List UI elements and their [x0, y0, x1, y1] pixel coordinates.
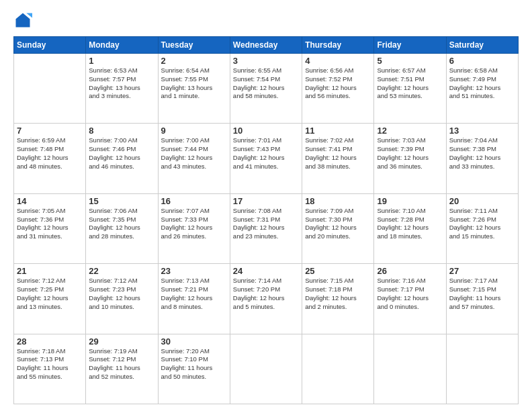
calendar-cell: 13Sunrise: 7:04 AM Sunset: 7:38 PM Dayli…	[446, 124, 518, 193]
day-info: Sunrise: 7:19 AM Sunset: 7:12 PM Dayligh…	[89, 347, 154, 381]
day-number: 27	[449, 266, 515, 276]
day-info: Sunrise: 7:00 AM Sunset: 7:44 PM Dayligh…	[161, 136, 227, 171]
day-info: Sunrise: 6:56 AM Sunset: 7:52 PM Dayligh…	[305, 66, 371, 101]
day-number: 24	[233, 266, 299, 276]
day-number: 30	[161, 336, 227, 347]
day-info: Sunrise: 7:01 AM Sunset: 7:43 PM Dayligh…	[233, 136, 299, 171]
day-number: 9	[161, 126, 227, 136]
calendar-week-row: 21Sunrise: 7:12 AM Sunset: 7:25 PM Dayli…	[14, 264, 519, 334]
calendar-cell: 4Sunrise: 6:56 AM Sunset: 7:52 PM Daylig…	[302, 54, 374, 124]
calendar-cell: 12Sunrise: 7:03 AM Sunset: 7:39 PM Dayli…	[374, 124, 446, 193]
header	[13, 11, 519, 30]
day-info: Sunrise: 7:04 AM Sunset: 7:38 PM Dayligh…	[449, 136, 515, 171]
day-info: Sunrise: 6:57 AM Sunset: 7:51 PM Dayligh…	[377, 66, 443, 101]
day-number: 18	[305, 196, 371, 206]
calendar-cell: 21Sunrise: 7:12 AM Sunset: 7:25 PM Dayli…	[14, 264, 86, 334]
calendar-cell: 5Sunrise: 6:57 AM Sunset: 7:51 PM Daylig…	[374, 54, 446, 124]
calendar-cell: 28Sunrise: 7:18 AM Sunset: 7:13 PM Dayli…	[14, 334, 86, 404]
calendar-cell: 1Sunrise: 6:53 AM Sunset: 7:57 PM Daylig…	[86, 54, 158, 124]
page: SundayMondayTuesdayWednesdayThursdayFrid…	[0, 0, 532, 411]
calendar-cell: 7Sunrise: 6:59 AM Sunset: 7:48 PM Daylig…	[14, 124, 86, 193]
calendar-header-row: SundayMondayTuesdayWednesdayThursdayFrid…	[14, 37, 519, 54]
calendar-cell: 24Sunrise: 7:14 AM Sunset: 7:20 PM Dayli…	[230, 264, 302, 334]
calendar-week-row: 1Sunrise: 6:53 AM Sunset: 7:57 PM Daylig…	[14, 54, 519, 124]
day-number: 25	[305, 266, 371, 276]
calendar-cell: 10Sunrise: 7:01 AM Sunset: 7:43 PM Dayli…	[230, 124, 302, 193]
day-number: 3	[233, 56, 299, 66]
day-number: 13	[449, 126, 515, 136]
day-of-week-header: Friday	[374, 37, 446, 54]
calendar-cell: 30Sunrise: 7:20 AM Sunset: 7:10 PM Dayli…	[158, 334, 230, 404]
svg-marker-0	[16, 13, 30, 28]
day-number: 26	[377, 266, 443, 276]
day-info: Sunrise: 7:07 AM Sunset: 7:33 PM Dayligh…	[161, 207, 227, 241]
logo-icon	[13, 11, 32, 30]
day-number: 1	[89, 56, 154, 66]
calendar-cell: 18Sunrise: 7:09 AM Sunset: 7:30 PM Dayli…	[302, 193, 374, 263]
day-number: 10	[233, 126, 299, 136]
day-number: 17	[233, 196, 299, 206]
day-info: Sunrise: 7:15 AM Sunset: 7:18 PM Dayligh…	[305, 277, 371, 311]
calendar-cell: 2Sunrise: 6:54 AM Sunset: 7:55 PM Daylig…	[158, 54, 230, 124]
day-number: 19	[377, 196, 443, 206]
calendar-cell	[302, 334, 374, 404]
day-number: 11	[305, 126, 371, 136]
day-of-week-header: Sunday	[14, 37, 86, 54]
day-number: 2	[161, 56, 227, 66]
day-number: 23	[161, 266, 227, 276]
day-info: Sunrise: 7:03 AM Sunset: 7:39 PM Dayligh…	[377, 136, 443, 171]
day-info: Sunrise: 6:54 AM Sunset: 7:55 PM Dayligh…	[161, 66, 227, 101]
day-number: 28	[17, 336, 83, 347]
calendar-cell	[374, 334, 446, 404]
logo	[13, 11, 35, 30]
day-info: Sunrise: 7:13 AM Sunset: 7:21 PM Dayligh…	[161, 277, 227, 311]
day-number: 20	[449, 196, 515, 206]
calendar-cell: 27Sunrise: 7:17 AM Sunset: 7:15 PM Dayli…	[446, 264, 518, 334]
calendar-cell: 8Sunrise: 7:00 AM Sunset: 7:46 PM Daylig…	[86, 124, 158, 193]
calendar-cell: 6Sunrise: 6:58 AM Sunset: 7:49 PM Daylig…	[446, 54, 518, 124]
calendar-cell: 20Sunrise: 7:11 AM Sunset: 7:26 PM Dayli…	[446, 193, 518, 263]
day-of-week-header: Wednesday	[230, 37, 302, 54]
day-of-week-header: Monday	[86, 37, 158, 54]
day-of-week-header: Tuesday	[158, 37, 230, 54]
day-info: Sunrise: 7:11 AM Sunset: 7:26 PM Dayligh…	[449, 207, 515, 241]
day-of-week-header: Saturday	[446, 37, 518, 54]
day-info: Sunrise: 7:05 AM Sunset: 7:36 PM Dayligh…	[17, 207, 83, 241]
day-info: Sunrise: 7:10 AM Sunset: 7:28 PM Dayligh…	[377, 207, 443, 241]
calendar-cell	[446, 334, 518, 404]
calendar-cell: 23Sunrise: 7:13 AM Sunset: 7:21 PM Dayli…	[158, 264, 230, 334]
calendar-cell: 15Sunrise: 7:06 AM Sunset: 7:35 PM Dayli…	[86, 193, 158, 263]
day-number: 16	[161, 196, 227, 206]
day-info: Sunrise: 7:14 AM Sunset: 7:20 PM Dayligh…	[233, 277, 299, 311]
day-number: 29	[89, 336, 154, 347]
calendar-cell: 16Sunrise: 7:07 AM Sunset: 7:33 PM Dayli…	[158, 193, 230, 263]
day-number: 6	[449, 56, 515, 66]
calendar-cell: 9Sunrise: 7:00 AM Sunset: 7:44 PM Daylig…	[158, 124, 230, 193]
day-info: Sunrise: 7:18 AM Sunset: 7:13 PM Dayligh…	[17, 347, 83, 381]
day-info: Sunrise: 7:02 AM Sunset: 7:41 PM Dayligh…	[305, 136, 371, 171]
day-info: Sunrise: 7:06 AM Sunset: 7:35 PM Dayligh…	[89, 207, 154, 241]
day-number: 12	[377, 126, 443, 136]
day-info: Sunrise: 7:16 AM Sunset: 7:17 PM Dayligh…	[377, 277, 443, 311]
day-info: Sunrise: 6:58 AM Sunset: 7:49 PM Dayligh…	[449, 66, 515, 101]
calendar-cell: 3Sunrise: 6:55 AM Sunset: 7:54 PM Daylig…	[230, 54, 302, 124]
calendar-cell: 29Sunrise: 7:19 AM Sunset: 7:12 PM Dayli…	[86, 334, 158, 404]
day-info: Sunrise: 6:55 AM Sunset: 7:54 PM Dayligh…	[233, 66, 299, 101]
calendar-cell: 25Sunrise: 7:15 AM Sunset: 7:18 PM Dayli…	[302, 264, 374, 334]
calendar-week-row: 14Sunrise: 7:05 AM Sunset: 7:36 PM Dayli…	[14, 193, 519, 263]
day-number: 7	[17, 126, 83, 136]
day-info: Sunrise: 7:12 AM Sunset: 7:25 PM Dayligh…	[17, 277, 83, 311]
calendar-cell: 22Sunrise: 7:12 AM Sunset: 7:23 PM Dayli…	[86, 264, 158, 334]
day-info: Sunrise: 7:09 AM Sunset: 7:30 PM Dayligh…	[305, 207, 371, 241]
calendar-cell: 19Sunrise: 7:10 AM Sunset: 7:28 PM Dayli…	[374, 193, 446, 263]
day-number: 8	[89, 126, 154, 136]
day-info: Sunrise: 7:12 AM Sunset: 7:23 PM Dayligh…	[89, 277, 154, 311]
calendar-cell: 11Sunrise: 7:02 AM Sunset: 7:41 PM Dayli…	[302, 124, 374, 193]
day-number: 5	[377, 56, 443, 66]
calendar-cell: 26Sunrise: 7:16 AM Sunset: 7:17 PM Dayli…	[374, 264, 446, 334]
day-info: Sunrise: 7:17 AM Sunset: 7:15 PM Dayligh…	[449, 277, 515, 311]
calendar-cell: 17Sunrise: 7:08 AM Sunset: 7:31 PM Dayli…	[230, 193, 302, 263]
day-number: 22	[89, 266, 154, 276]
day-info: Sunrise: 6:59 AM Sunset: 7:48 PM Dayligh…	[17, 136, 83, 171]
day-info: Sunrise: 7:08 AM Sunset: 7:31 PM Dayligh…	[233, 207, 299, 241]
